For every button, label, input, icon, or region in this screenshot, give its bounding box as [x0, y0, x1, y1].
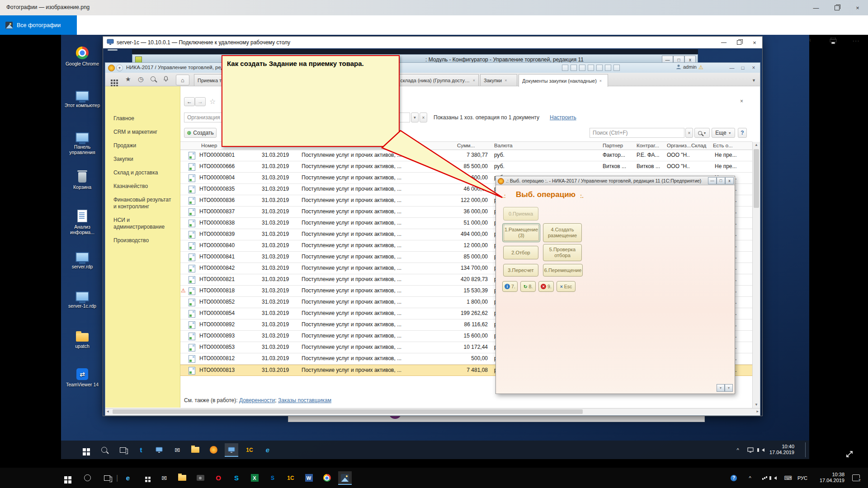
- notifications-icon[interactable]: [163, 76, 169, 83]
- restore-icon[interactable]: [731, 37, 747, 48]
- scroll-up-icon[interactable]: ▲: [753, 142, 760, 148]
- more-button[interactable]: Еще▼: [712, 128, 735, 138]
- close-icon[interactable]: ×: [847, 0, 868, 15]
- operation-button-0[interactable]: 0.Приемка: [503, 207, 538, 221]
- twitter-icon[interactable]: t: [134, 443, 148, 457]
- favorite-star-icon[interactable]: ☆: [209, 97, 216, 106]
- minimize-icon[interactable]: —: [726, 63, 737, 73]
- firefox-icon[interactable]: [207, 443, 220, 457]
- opera-icon[interactable]: O: [212, 471, 225, 485]
- tray-help-icon[interactable]: ?: [727, 471, 741, 485]
- file-explorer-icon[interactable]: [175, 471, 189, 485]
- tray-chevron-icon[interactable]: ^: [743, 471, 757, 485]
- history-icon[interactable]: ◷: [138, 76, 143, 82]
- tab-close-icon[interactable]: ×: [505, 78, 507, 83]
- menu-chevron-icon[interactable]: ▼: [116, 65, 123, 71]
- search-input[interactable]: Поиск (Ctrl+F): [590, 128, 684, 138]
- onec-toolbar-icons[interactable]: [560, 65, 620, 73]
- search-icon[interactable]: [80, 471, 94, 485]
- rdp-icon[interactable]: [225, 443, 238, 457]
- warning-icon[interactable]: ⚠: [698, 64, 703, 70]
- link-zakazy[interactable]: Заказы поставщикам: [278, 397, 331, 404]
- favorites-icon[interactable]: ★: [125, 76, 131, 82]
- computer-icon[interactable]: [152, 443, 166, 457]
- org-dropdown-icon[interactable]: ▼: [411, 113, 419, 122]
- user-indicator[interactable]: admin: [676, 64, 697, 70]
- task-view-icon[interactable]: [100, 471, 114, 485]
- onec-icon[interactable]: 1С: [284, 471, 297, 485]
- tab-close-icon[interactable]: ×: [473, 78, 475, 83]
- desktop-icon-pc[interactable]: server.rdp: [64, 247, 101, 269]
- tray-keyboard-icon[interactable]: ⌨: [781, 471, 795, 485]
- hotkey-button-9[interactable]: ×9.: [538, 281, 554, 292]
- sidebar-item[interactable]: CRM и маркетинг: [105, 129, 180, 136]
- photos-icon[interactable]: [338, 471, 352, 485]
- tray-network-icon[interactable]: [756, 471, 769, 485]
- desktop-icon-chrome[interactable]: Google Chrome: [64, 44, 101, 66]
- tray-chevron-icon[interactable]: ^: [731, 443, 745, 457]
- desktop-icon-tv[interactable]: ⇄TeamViewer 14: [64, 365, 101, 387]
- ie-icon[interactable]: e: [261, 443, 274, 457]
- hotkey-button-Esc[interactable]: ×Esc: [557, 281, 576, 292]
- store-icon[interactable]: [139, 471, 153, 485]
- help-button[interactable]: ?: [738, 128, 747, 138]
- close-icon[interactable]: ×: [748, 63, 759, 73]
- skype-icon[interactable]: S: [230, 471, 243, 485]
- chrome-icon[interactable]: [320, 471, 334, 485]
- show-desktop-button[interactable]: [805, 442, 806, 457]
- rdp-titlebar[interactable]: server-1c — 10.10.0.1 — Подключение к уд…: [103, 37, 762, 48]
- horizontal-scrollbar[interactable]: ◂ ▸: [105, 408, 760, 415]
- onec-titlebar[interactable]: ▼ НИКА-2017 / Управление торговлей, реда…: [105, 63, 760, 73]
- forward-button[interactable]: →: [195, 97, 206, 106]
- maximize-icon[interactable]: □: [717, 177, 725, 184]
- close-icon[interactable]: x: [725, 177, 734, 184]
- file-explorer-icon[interactable]: [189, 443, 202, 457]
- desktop-icon-pc[interactable]: Панель управления: [64, 127, 101, 155]
- maximize-icon[interactable]: □: [737, 63, 748, 73]
- minimize-icon[interactable]: —: [806, 0, 826, 15]
- fullscreen-icon[interactable]: [842, 446, 857, 462]
- operation-button-2[interactable]: 4.Создать размещение: [543, 223, 582, 242]
- task-view-icon[interactable]: [116, 443, 130, 457]
- start-icon[interactable]: [77, 443, 91, 457]
- tabs-overflow-icon[interactable]: ▼: [752, 77, 756, 84]
- search-icon[interactable]: [97, 443, 111, 457]
- scroll-thumb[interactable]: [754, 149, 759, 208]
- tab-close-icon[interactable]: ×: [599, 79, 602, 83]
- scroll-right-icon[interactable]: ▸: [756, 409, 759, 413]
- print-icon[interactable]: [827, 37, 839, 45]
- language-indicator[interactable]: РУС: [795, 471, 810, 485]
- sidebar-item[interactable]: Казначейство: [105, 183, 180, 190]
- edge-icon[interactable]: e: [121, 471, 135, 485]
- tray-display-icon[interactable]: [744, 443, 757, 457]
- create-button[interactable]: ⊕ Создать: [184, 128, 217, 138]
- sidebar-item[interactable]: Главное: [105, 115, 180, 122]
- tray-clock[interactable]: 10:4017.04.2019: [766, 444, 794, 455]
- scroll-left-icon[interactable]: ◂: [107, 409, 109, 413]
- mail-icon[interactable]: ✉: [170, 443, 184, 457]
- sidebar-item[interactable]: Производство: [105, 237, 180, 244]
- sidebar-item[interactable]: Финансовый результат и контроллинг: [105, 197, 180, 210]
- tray-clock[interactable]: 10:3817.04.2019: [813, 472, 844, 483]
- sidebar-item[interactable]: Продажи: [105, 142, 180, 149]
- tray-volume-icon[interactable]: [769, 471, 782, 485]
- link-doverennosti[interactable]: Доверенности: [239, 397, 275, 404]
- sidebar-item[interactable]: НСИ и администрирование: [105, 217, 180, 230]
- home-button[interactable]: ⌂: [176, 75, 189, 85]
- desktop-icon-bin[interactable]: Корзина: [64, 167, 101, 190]
- sidebar-item[interactable]: Закупки: [105, 156, 180, 163]
- scroll-thumb[interactable]: [113, 409, 583, 414]
- vertical-scrollbar[interactable]: ▲ ▼: [752, 142, 760, 408]
- configure-link[interactable]: Настроить: [550, 114, 576, 121]
- grip-button[interactable]: ▾: [717, 384, 725, 392]
- operation-button-4[interactable]: 5.Проверка отбора: [543, 244, 582, 261]
- tab-documents-zakupki[interactable]: Документы закупки (накладные)×: [519, 74, 608, 87]
- search-icon[interactable]: [151, 76, 156, 82]
- dialog-titlebar[interactable]: .: Выб. операцию :. - НИКА-2017 / Управл…: [496, 176, 735, 185]
- hotkey-button-7[interactable]: i7.: [502, 281, 518, 292]
- mail-icon[interactable]: ✉: [157, 471, 171, 485]
- word-icon[interactable]: W: [302, 471, 316, 485]
- filter-button[interactable]: ▾: [725, 384, 733, 392]
- excel-icon[interactable]: X: [248, 471, 261, 485]
- main-menu-icon[interactable]: [111, 76, 113, 82]
